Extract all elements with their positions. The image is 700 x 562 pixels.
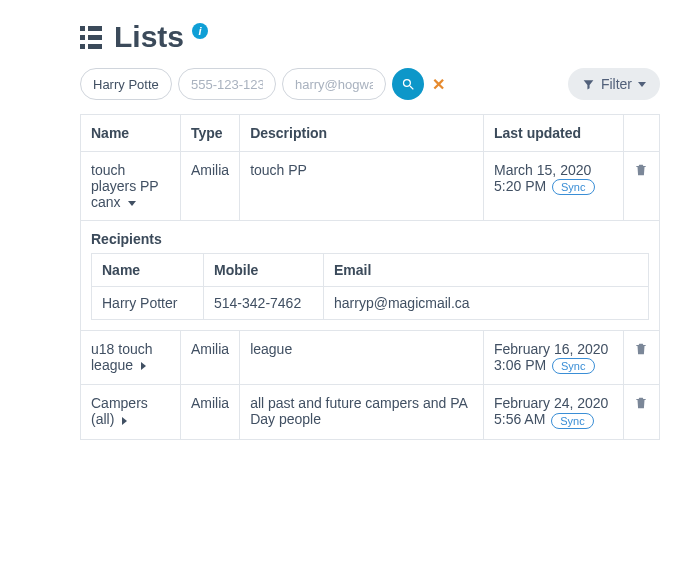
table-row: Campers (all) Amilia all past and future… <box>81 385 660 439</box>
recipient-mobile: 514-342-7462 <box>204 287 324 320</box>
filter-button[interactable]: Filter <box>568 68 660 100</box>
chevron-down-icon <box>638 82 646 87</box>
list-description: league <box>240 331 484 385</box>
recipients-column-email: Email <box>324 254 649 287</box>
delete-button[interactable] <box>634 395 648 411</box>
column-header-actions <box>624 115 660 152</box>
lists-table: Name Type Description Last updated touch… <box>80 114 660 440</box>
chevron-down-icon <box>128 201 136 206</box>
column-header-description[interactable]: Description <box>240 115 484 152</box>
clear-search-icon[interactable]: ✕ <box>430 75 447 94</box>
recipient-email: harryp@magicmail.ca <box>324 287 649 320</box>
recipient-name: Harry Potter <box>92 287 204 320</box>
recipients-column-mobile: Mobile <box>204 254 324 287</box>
list-description: touch PP <box>240 152 484 221</box>
sync-badge[interactable]: Sync <box>551 413 593 429</box>
recipients-title: Recipients <box>91 231 649 247</box>
list-name-link[interactable]: u18 touch league <box>91 341 153 373</box>
list-type: Amilia <box>181 385 240 439</box>
search-button[interactable] <box>392 68 424 100</box>
chevron-right-icon <box>122 417 127 425</box>
column-header-updated[interactable]: Last updated <box>484 115 624 152</box>
list-icon <box>80 26 102 49</box>
name-search-input[interactable] <box>80 68 172 100</box>
list-updated: March 15, 2020 5:20 PM Sync <box>484 152 624 221</box>
list-description: all past and future campers and PA Day p… <box>240 385 484 439</box>
list-type: Amilia <box>181 152 240 221</box>
delete-button[interactable] <box>634 341 648 357</box>
email-search-input[interactable] <box>282 68 386 100</box>
trash-icon <box>634 341 648 357</box>
filter-label: Filter <box>601 76 632 92</box>
list-type: Amilia <box>181 331 240 385</box>
list-updated: February 24, 2020 5:56 AM Sync <box>484 385 624 439</box>
chevron-right-icon <box>141 362 146 370</box>
search-icon <box>401 77 416 92</box>
recipients-row: Harry Potter 514-342-7462 harryp@magicma… <box>92 287 649 320</box>
table-row: u18 touch league Amilia league February … <box>81 331 660 385</box>
table-row: touch players PP canx Amilia touch PP Ma… <box>81 152 660 221</box>
column-header-type[interactable]: Type <box>181 115 240 152</box>
filter-icon <box>582 78 595 91</box>
sync-badge[interactable]: Sync <box>552 358 594 374</box>
search-bar: ✕ Filter <box>80 68 660 100</box>
phone-search-input[interactable] <box>178 68 276 100</box>
info-icon[interactable]: i <box>192 23 208 39</box>
recipients-panel: Recipients Name Mobile Email Harry Potte… <box>81 221 660 331</box>
column-header-name[interactable]: Name <box>81 115 181 152</box>
trash-icon <box>634 162 648 178</box>
list-name-link[interactable]: Campers (all) <box>91 395 148 427</box>
recipients-table: Name Mobile Email Harry Potter 514-342-7… <box>91 253 649 320</box>
list-name-link[interactable]: touch players PP canx <box>91 162 158 210</box>
trash-icon <box>634 395 648 411</box>
sync-badge[interactable]: Sync <box>552 179 594 195</box>
list-updated: February 16, 2020 3:06 PM Sync <box>484 331 624 385</box>
delete-button[interactable] <box>634 162 648 178</box>
page-title: Lists <box>114 20 184 54</box>
recipients-column-name: Name <box>92 254 204 287</box>
